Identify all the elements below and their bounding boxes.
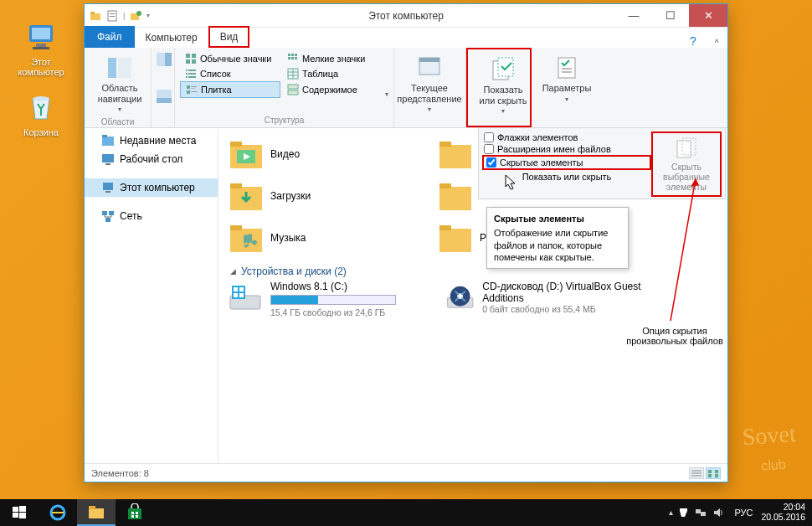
nav-pane[interactable]: Недавние места Рабочий стол Этот компьют…: [85, 128, 218, 463]
svg-rect-64: [230, 142, 242, 147]
ribbon-tabs: Файл Компьютер Вид ? ^: [85, 28, 727, 48]
svg-rect-108: [136, 515, 138, 518]
svg-rect-97: [13, 507, 18, 512]
ribbon-collapse-button[interactable]: ^: [706, 38, 727, 48]
tab-computer[interactable]: Компьютер: [135, 28, 208, 48]
ribbon-group-label: Области: [90, 116, 146, 127]
drive-d[interactable]: CD-дисковод (D:) VirtualBox Guest Additi…: [445, 281, 654, 317]
desktop-icon-computer[interactable]: Этот компьютер: [12, 20, 70, 77]
svg-rect-71: [439, 187, 471, 210]
svg-rect-110: [701, 512, 706, 516]
nav-desktop[interactable]: Рабочий стол: [85, 150, 218, 168]
layout-label: Плитка: [201, 85, 232, 95]
svg-rect-42: [191, 91, 197, 92]
options-label: Параметры: [542, 83, 592, 94]
layout-more-icon[interactable]: ▾: [385, 90, 388, 98]
network-icon[interactable]: [695, 507, 707, 518]
titlebar[interactable]: | ▾ Этот компьютер — ☐ ✕: [85, 4, 727, 28]
layout-label: Обычные значки: [200, 54, 271, 64]
taskbar[interactable]: ▴ РУС 20:04 20.05.2016: [0, 499, 812, 526]
drive-free-text: 0 байт свободно из 55,4 МБ: [482, 304, 654, 314]
folder-video[interactable]: Видео: [227, 133, 428, 175]
layout-tiles[interactable]: Плитка: [180, 81, 280, 98]
help-button[interactable]: ?: [681, 34, 706, 48]
svg-rect-100: [19, 513, 26, 518]
nav-recent[interactable]: Недавние места: [85, 132, 218, 150]
language-indicator[interactable]: РУС: [734, 508, 753, 518]
svg-rect-50: [562, 68, 572, 70]
folder-partial-1[interactable]: [436, 133, 486, 175]
tray-overflow-icon[interactable]: ▴: [669, 508, 673, 517]
options-button[interactable]: Параметры ▾: [537, 51, 597, 106]
qat-dropdown-icon[interactable]: ▾: [146, 12, 150, 19]
action-center-icon[interactable]: [677, 507, 689, 518]
show-hide-button[interactable]: Показать или скрыть ▾: [473, 53, 533, 118]
status-bar: Элементов: 8: [85, 463, 727, 482]
ribbon-group-label: Структура: [180, 115, 388, 126]
taskbar-clock[interactable]: 20:04 20.05.2016: [761, 503, 805, 522]
svg-rect-54: [102, 137, 114, 146]
svg-rect-103: [89, 506, 95, 509]
maximize-button[interactable]: ☐: [652, 4, 689, 27]
devices-section-header[interactable]: ◢Устройства и диски (2): [227, 259, 719, 281]
svg-rect-2: [36, 44, 46, 47]
details-pane-icon[interactable]: [157, 90, 172, 103]
details-view-toggle[interactable]: [689, 467, 704, 479]
desktop-icon-label: Корзина: [12, 127, 70, 137]
svg-rect-75: [439, 229, 471, 252]
layout-content[interactable]: Содержимое: [282, 82, 383, 97]
folder-qat-icon[interactable]: [90, 10, 101, 22]
svg-rect-26: [291, 57, 294, 59]
nav-pane-button[interactable]: Область навигации ▾: [90, 51, 150, 116]
svg-rect-95: [708, 474, 712, 477]
folder-partial-2[interactable]: [436, 175, 486, 217]
taskbar-store[interactable]: [116, 499, 154, 526]
drive-usage-bar: [270, 295, 396, 305]
folder-music[interactable]: Музыка: [227, 217, 428, 259]
tab-file[interactable]: Файл: [85, 26, 135, 48]
tile-label: Музыка: [270, 232, 306, 244]
svg-rect-68: [439, 142, 451, 147]
svg-rect-61: [109, 211, 114, 215]
tab-view[interactable]: Вид: [208, 26, 250, 48]
system-tray[interactable]: ▴: [669, 507, 726, 518]
svg-rect-94: [715, 470, 718, 473]
svg-rect-58: [103, 183, 113, 190]
icons-view-toggle[interactable]: [706, 467, 721, 479]
layout-normal-icons[interactable]: Обычные значки: [180, 51, 280, 66]
content-pane[interactable]: Видео Загрузки Музыка Р ◢Устройства и ди…: [218, 128, 727, 463]
svg-point-4: [33, 96, 49, 101]
svg-rect-102: [89, 508, 104, 518]
desktop-icon-recycle-bin[interactable]: Корзина: [12, 90, 70, 137]
layout-list[interactable]: Список: [180, 66, 280, 81]
taskbar-ie[interactable]: [39, 499, 77, 526]
layout-small-icons[interactable]: Мелкие значки: [282, 51, 383, 66]
current-view-button[interactable]: Текущее представление ▾: [399, 51, 460, 116]
nav-network[interactable]: Сеть: [85, 207, 218, 225]
layout-table[interactable]: Таблица: [282, 66, 383, 81]
minimize-button[interactable]: —: [615, 4, 652, 27]
volume-icon[interactable]: [712, 507, 724, 518]
preview-pane-icon[interactable]: [157, 53, 172, 66]
start-button[interactable]: [0, 499, 39, 526]
svg-rect-56: [102, 154, 114, 162]
svg-rect-44: [288, 90, 298, 95]
tooltip-title: Скрытые элементы: [494, 213, 621, 224]
explorer-window: | ▾ Этот компьютер — ☐ ✕ Файл Компьютер …: [84, 3, 728, 482]
drive-free-text: 15,4 ГБ свободно из 24,6 ГБ: [270, 307, 396, 317]
svg-rect-55: [102, 135, 107, 137]
tile-label: Загрузки: [270, 190, 311, 202]
svg-rect-43: [288, 85, 298, 89]
nav-this-pc[interactable]: Этот компьютер: [85, 178, 218, 197]
folder-downloads[interactable]: Загрузки: [227, 175, 428, 217]
svg-rect-5: [90, 13, 100, 20]
svg-rect-48: [498, 58, 513, 76]
properties-qat-icon[interactable]: [106, 10, 118, 22]
taskbar-explorer[interactable]: [77, 499, 116, 526]
drive-c[interactable]: Windows 8.1 (C:) 15,4 ГБ свободно из 24,…: [227, 281, 436, 317]
close-button[interactable]: ✕: [689, 4, 727, 27]
windows-logo-icon: [11, 504, 28, 521]
svg-rect-72: [439, 183, 451, 188]
new-folder-qat-icon[interactable]: [130, 10, 141, 22]
svg-rect-22: [288, 54, 290, 56]
